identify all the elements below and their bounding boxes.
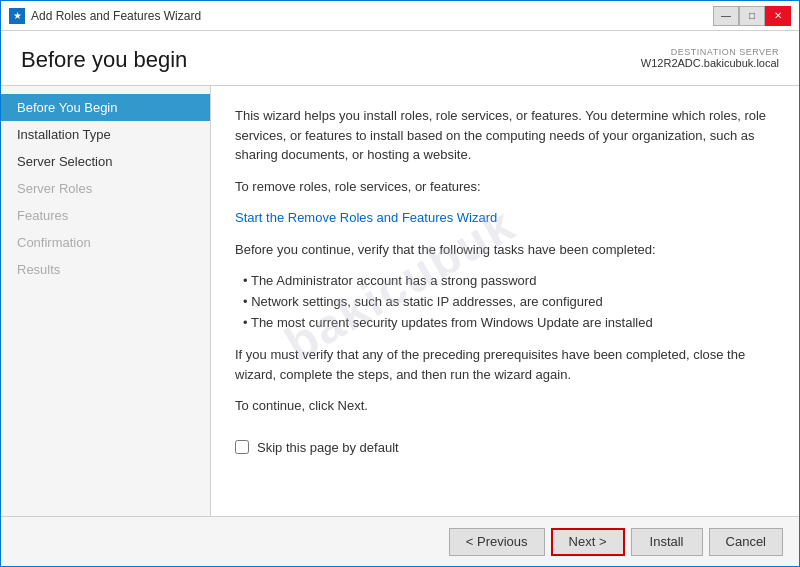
sidebar-item-server-roles: Server Roles (1, 175, 210, 202)
minimize-button[interactable]: — (713, 6, 739, 26)
bullet-item-1: The Administrator account has a strong p… (243, 271, 775, 292)
install-button[interactable]: Install (631, 528, 703, 556)
close-button[interactable]: ✕ (765, 6, 791, 26)
sidebar-item-installation-type[interactable]: Installation Type (1, 121, 210, 148)
skip-area: Skip this page by default (235, 440, 775, 455)
bullet-list: The Administrator account has a strong p… (235, 271, 775, 333)
titlebar-left: ★ Add Roles and Features Wizard (9, 8, 201, 24)
verify-close-paragraph: If you must verify that any of the prece… (235, 345, 775, 384)
sidebar: Before You Begin Installation Type Serve… (1, 86, 211, 516)
page-title: Before you begin (21, 47, 187, 73)
destination-server-value: W12R2ADC.bakicubuk.local (641, 57, 779, 69)
wizard-header: Before you begin DESTINATION SERVER W12R… (1, 31, 799, 86)
app-icon: ★ (9, 8, 25, 24)
bullet-item-3: The most current security updates from W… (243, 313, 775, 334)
intro-paragraph: This wizard helps you install roles, rol… (235, 106, 775, 165)
previous-button[interactable]: < Previous (449, 528, 545, 556)
next-button[interactable]: Next > (551, 528, 625, 556)
destination-server-label: DESTINATION SERVER (641, 47, 779, 57)
window-controls: — □ ✕ (713, 6, 791, 26)
bullet-item-2: Network settings, such as static IP addr… (243, 292, 775, 313)
titlebar: ★ Add Roles and Features Wizard — □ ✕ (1, 1, 799, 31)
maximize-button[interactable]: □ (739, 6, 765, 26)
skip-label[interactable]: Skip this page by default (257, 440, 399, 455)
remove-wizard-link[interactable]: Start the Remove Roles and Features Wiza… (235, 210, 497, 225)
continue-paragraph: To continue, click Next. (235, 396, 775, 416)
cancel-button[interactable]: Cancel (709, 528, 783, 556)
sidebar-item-before-you-begin[interactable]: Before You Begin (1, 94, 210, 121)
window-title: Add Roles and Features Wizard (31, 9, 201, 23)
sidebar-item-server-selection[interactable]: Server Selection (1, 148, 210, 175)
wizard-content: Before You Begin Installation Type Serve… (1, 86, 799, 516)
skip-checkbox[interactable] (235, 440, 249, 454)
wizard-window: bakicubuk ★ Add Roles and Features Wizar… (0, 0, 800, 567)
remove-paragraph: To remove roles, role services, or featu… (235, 177, 775, 197)
destination-server-info: DESTINATION SERVER W12R2ADC.bakicubuk.lo… (641, 47, 779, 69)
sidebar-item-confirmation: Confirmation (1, 229, 210, 256)
sidebar-item-results: Results (1, 256, 210, 283)
main-panel: This wizard helps you install roles, rol… (211, 86, 799, 516)
wizard-footer: < Previous Next > Install Cancel (1, 516, 799, 566)
sidebar-item-features: Features (1, 202, 210, 229)
wizard-body: Before you begin DESTINATION SERVER W12R… (1, 31, 799, 566)
verify-paragraph: Before you continue, verify that the fol… (235, 240, 775, 260)
